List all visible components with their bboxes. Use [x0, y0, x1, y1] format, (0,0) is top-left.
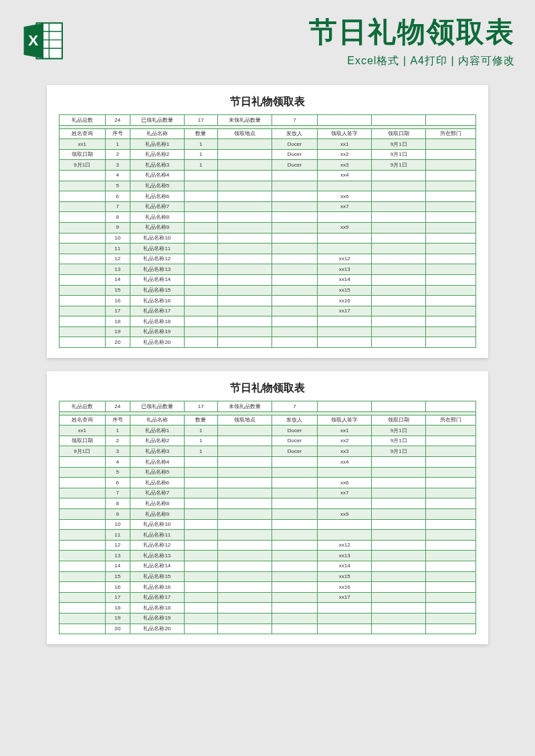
- unreceived-value: 7: [272, 401, 318, 412]
- table-row: 10 礼品名称10: [60, 233, 476, 244]
- date-cell: [372, 551, 426, 561]
- query-cell: [60, 624, 106, 634]
- seq-cell: 9: [105, 509, 130, 520]
- seq-cell: 14: [105, 561, 130, 571]
- seq-cell: 14: [105, 274, 130, 285]
- issuer-cell: [272, 551, 318, 561]
- signer-cell: xx14: [318, 274, 372, 285]
- date-cell: 9月1日: [372, 139, 426, 150]
- signer-cell: [318, 519, 372, 530]
- query-cell: 9月1日: [60, 446, 106, 457]
- signer-cell: xx7: [318, 201, 372, 212]
- signer-cell: [318, 181, 372, 191]
- qty-cell: [184, 191, 217, 202]
- name-cell: 礼品名称6: [130, 478, 184, 488]
- table-row: 8 礼品名称8: [60, 212, 476, 223]
- col-header-5: 领取人签字: [318, 415, 372, 426]
- date-cell: [372, 285, 426, 296]
- seq-cell: 17: [105, 592, 130, 603]
- date-cell: [372, 170, 426, 181]
- signer-cell: xx15: [318, 571, 372, 582]
- loc-cell: [217, 264, 272, 275]
- col-header-6: 领取日期: [372, 415, 426, 426]
- loc-cell: [217, 467, 272, 478]
- dept-cell: [426, 582, 476, 593]
- issuer-cell: [272, 222, 318, 233]
- seq-cell: 11: [105, 244, 130, 254]
- loc-cell: [217, 316, 272, 327]
- table-row: 12 礼品名称12 xx12: [60, 254, 476, 264]
- col-header-2: 数量: [184, 128, 217, 139]
- date-cell: [372, 306, 426, 316]
- query-cell: [60, 212, 106, 223]
- qty-cell: [184, 603, 217, 613]
- issuer-cell: [272, 254, 318, 264]
- query-cell: [60, 170, 106, 181]
- qty-cell: 1: [184, 149, 217, 160]
- seq-cell: 3: [105, 160, 130, 171]
- name-cell: 礼品名称16: [130, 296, 184, 306]
- loc-cell: [217, 296, 272, 306]
- unreceived-value: 7: [272, 115, 318, 126]
- table-row: 9 礼品名称9 xx9: [60, 222, 476, 233]
- signer-cell: [318, 233, 372, 244]
- loc-cell: [217, 571, 272, 582]
- dept-cell: [426, 540, 476, 551]
- date-cell: [372, 254, 426, 264]
- issuer-cell: Docer: [272, 446, 318, 457]
- qty-cell: [184, 457, 217, 468]
- date-cell: 9月1日: [372, 149, 426, 160]
- loc-cell: [217, 233, 272, 244]
- issuer-cell: Docer: [272, 426, 318, 436]
- seq-cell: 13: [105, 264, 130, 275]
- signer-cell: xx13: [318, 264, 372, 275]
- date-cell: 9月1日: [372, 446, 426, 457]
- loc-cell: [217, 592, 272, 603]
- page-preview-1: 节日礼物领取表 礼品总数 24 已领礼品数量 17 未领礼品数量 7 姓名查询序…: [47, 85, 488, 358]
- seq-cell: 7: [105, 488, 130, 498]
- table-row: 9 礼品名称9 xx9: [60, 509, 476, 520]
- name-cell: 礼品名称7: [130, 201, 184, 212]
- table-row: xx1 1 礼品名称1 1 Docer xx1 9月1日: [60, 139, 476, 150]
- qty-cell: [184, 488, 217, 498]
- query-cell: [60, 561, 106, 571]
- date-cell: [372, 212, 426, 223]
- seq-cell: 18: [105, 603, 130, 613]
- query-cell: [60, 254, 106, 264]
- signer-cell: xx9: [318, 222, 372, 233]
- loc-cell: [217, 337, 272, 348]
- col-header-4: 发放人: [272, 128, 318, 139]
- dept-cell: [426, 306, 476, 316]
- name-cell: 礼品名称20: [130, 624, 184, 634]
- qty-cell: [184, 316, 217, 327]
- date-cell: [372, 613, 426, 624]
- query-cell: [60, 285, 106, 296]
- query-cell: [60, 244, 106, 254]
- qty-cell: [184, 201, 217, 212]
- loc-cell: [217, 457, 272, 468]
- received-value: 17: [184, 115, 217, 126]
- query-cell: 领取日期: [60, 149, 106, 160]
- dept-cell: [426, 603, 476, 613]
- issuer-cell: [272, 457, 318, 468]
- name-cell: 礼品名称17: [130, 306, 184, 316]
- query-cell: [60, 613, 106, 624]
- qty-cell: [184, 624, 217, 634]
- dept-cell: [426, 519, 476, 530]
- table-row: 18 礼品名称18: [60, 603, 476, 613]
- name-cell: 礼品名称19: [130, 326, 184, 337]
- qty-cell: [184, 170, 217, 181]
- received-label: 已领礼品数量: [130, 401, 184, 412]
- qty-cell: [184, 519, 217, 530]
- table-row: 17 礼品名称17 xx17: [60, 592, 476, 603]
- query-cell: [60, 540, 106, 551]
- loc-cell: [217, 254, 272, 264]
- query-cell: [60, 478, 106, 488]
- issuer-cell: [272, 571, 318, 582]
- summary-row: 礼品总数 24 已领礼品数量 17 未领礼品数量 7: [60, 115, 476, 126]
- qty-cell: [184, 264, 217, 275]
- qty-cell: [184, 274, 217, 285]
- signer-cell: xx9: [318, 509, 372, 520]
- name-cell: 礼品名称18: [130, 316, 184, 327]
- dept-cell: [426, 222, 476, 233]
